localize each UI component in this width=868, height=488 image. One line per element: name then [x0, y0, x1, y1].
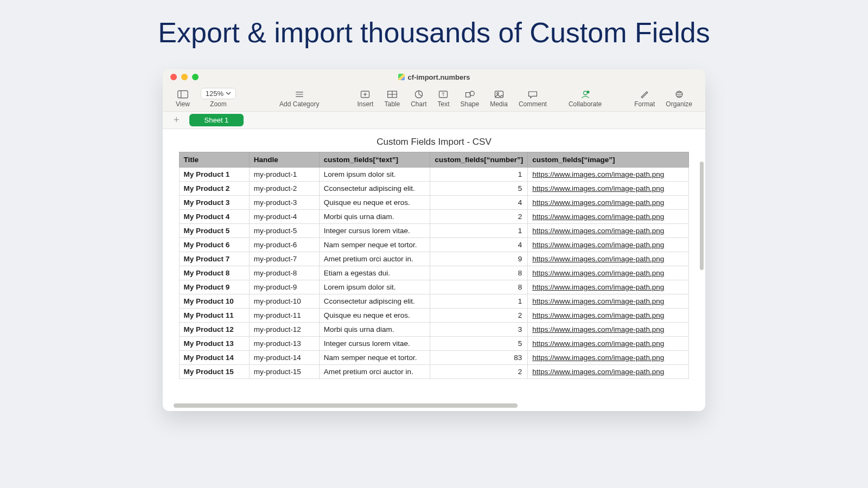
- cell-number[interactable]: 4: [430, 196, 528, 210]
- cell-title[interactable]: My Product 1: [179, 168, 249, 182]
- cell-image[interactable]: https://www.images.com/image-path.png: [528, 280, 689, 294]
- table-row[interactable]: My Product 10my-product-10Cconsectetur a…: [179, 294, 689, 309]
- cell-text[interactable]: Nam semper neque et tortor.: [319, 238, 430, 252]
- cell-number[interactable]: 4: [430, 238, 528, 252]
- cell-number[interactable]: 1: [430, 168, 528, 182]
- cell-handle[interactable]: my-product-12: [249, 323, 319, 337]
- cell-title[interactable]: My Product 9: [179, 280, 249, 294]
- shape-button[interactable]: Shape: [461, 89, 480, 108]
- cell-handle[interactable]: my-product-10: [249, 294, 319, 309]
- cell-handle[interactable]: my-product-7: [249, 252, 319, 266]
- cell-title[interactable]: My Product 5: [179, 224, 249, 238]
- collaborate-button[interactable]: Collaborate: [569, 89, 602, 108]
- table-row[interactable]: My Product 7my-product-7Amet pretium orc…: [179, 252, 689, 266]
- cell-handle[interactable]: my-product-8: [249, 266, 319, 280]
- table-row[interactable]: My Product 9my-product-9Lorem ipsum dolo…: [179, 280, 689, 294]
- cell-title[interactable]: My Product 11: [179, 309, 249, 323]
- cell-title[interactable]: My Product 4: [179, 210, 249, 224]
- cell-image[interactable]: https://www.images.com/image-path.png: [528, 210, 689, 224]
- comment-button[interactable]: Comment: [519, 89, 547, 108]
- col-header-number[interactable]: custom_fields[“number”]: [430, 152, 528, 168]
- vertical-scroll-thumb[interactable]: [700, 162, 704, 270]
- table-row[interactable]: My Product 8my-product-8Etiam a egestas …: [179, 266, 689, 280]
- cell-text[interactable]: Lorem ipsum dolor sit.: [319, 280, 430, 294]
- table-row[interactable]: My Product 11my-product-11Quisque eu neq…: [179, 309, 689, 323]
- add-sheet-button[interactable]: +: [170, 114, 183, 126]
- cell-handle[interactable]: my-product-5: [249, 224, 319, 238]
- table-row[interactable]: My Product 1my-product-1Lorem ipsum dolo…: [179, 168, 689, 182]
- cell-text[interactable]: Integer cursus lorem vitae.: [319, 224, 430, 238]
- cell-title[interactable]: My Product 7: [179, 252, 249, 266]
- cell-text[interactable]: Lorem ipsum dolor sit.: [319, 168, 430, 182]
- cell-image[interactable]: https://www.images.com/image-path.png: [528, 238, 689, 252]
- table-row[interactable]: My Product 6my-product-6Nam semper neque…: [179, 238, 689, 252]
- insert-button[interactable]: Insert: [357, 89, 373, 108]
- cell-text[interactable]: Cconsectetur adipiscing elit.: [319, 294, 430, 309]
- cell-title[interactable]: My Product 8: [179, 266, 249, 280]
- cell-handle[interactable]: my-product-3: [249, 196, 319, 210]
- col-header-text[interactable]: custom_fields[“text”]: [319, 152, 430, 168]
- table-button[interactable]: Table: [384, 89, 400, 108]
- table-row[interactable]: My Product 4my-product-4Morbi quis urna …: [179, 210, 689, 224]
- media-button[interactable]: Media: [490, 89, 508, 108]
- cell-image[interactable]: https://www.images.com/image-path.png: [528, 182, 689, 196]
- cell-image[interactable]: https://www.images.com/image-path.png: [528, 252, 689, 266]
- cell-title[interactable]: My Product 3: [179, 196, 249, 210]
- cell-handle[interactable]: my-product-6: [249, 238, 319, 252]
- cell-title[interactable]: My Product 12: [179, 323, 249, 337]
- cell-title[interactable]: My Product 6: [179, 238, 249, 252]
- cell-image[interactable]: https://www.images.com/image-path.png: [528, 266, 689, 280]
- cell-text[interactable]: Morbi quis urna diam.: [319, 323, 430, 337]
- cell-number[interactable]: 5: [430, 337, 528, 351]
- col-header-handle[interactable]: Handle: [249, 152, 319, 168]
- text-button[interactable]: T Text: [437, 89, 449, 108]
- cell-number[interactable]: 2: [430, 309, 528, 323]
- cell-number[interactable]: 3: [430, 323, 528, 337]
- cell-image[interactable]: https://www.images.com/image-path.png: [528, 294, 689, 309]
- cell-handle[interactable]: my-product-9: [249, 280, 319, 294]
- spreadsheet-table[interactable]: Title Handle custom_fields[“text”] custo…: [179, 152, 690, 379]
- cell-handle[interactable]: my-product-14: [249, 351, 319, 365]
- cell-image[interactable]: https://www.images.com/image-path.png: [528, 323, 689, 337]
- cell-text[interactable]: Integer cursus lorem vitae.: [319, 337, 430, 351]
- horizontal-scrollbar[interactable]: [174, 403, 694, 408]
- chart-button[interactable]: Chart: [411, 89, 426, 108]
- cell-text[interactable]: Morbi quis urna diam.: [319, 210, 430, 224]
- cell-handle[interactable]: my-product-15: [249, 365, 319, 379]
- cell-image[interactable]: https://www.images.com/image-path.png: [528, 168, 689, 182]
- vertical-scrollbar[interactable]: [700, 162, 704, 400]
- table-row[interactable]: My Product 2my-product-2Cconsectetur adi…: [179, 182, 689, 196]
- table-row[interactable]: My Product 5my-product-5Integer cursus l…: [179, 224, 689, 238]
- cell-number[interactable]: 9: [430, 252, 528, 266]
- cell-title[interactable]: My Product 15: [179, 365, 249, 379]
- cell-handle[interactable]: my-product-2: [249, 182, 319, 196]
- col-header-title[interactable]: Title: [179, 152, 249, 168]
- cell-handle[interactable]: my-product-4: [249, 210, 319, 224]
- table-row[interactable]: My Product 15my-product-15Amet pretium o…: [179, 365, 689, 379]
- cell-image[interactable]: https://www.images.com/image-path.png: [528, 309, 689, 323]
- cell-text[interactable]: Nam semper neque et tortor.: [319, 351, 430, 365]
- cell-image[interactable]: https://www.images.com/image-path.png: [528, 337, 689, 351]
- document-area[interactable]: Custom Fields Import - CSV Title Handle …: [163, 129, 705, 411]
- cell-text[interactable]: Cconsectetur adipiscing elit.: [319, 182, 430, 196]
- add-category-button[interactable]: Add Category: [279, 89, 319, 108]
- cell-text[interactable]: Amet pretium orci auctor in.: [319, 365, 430, 379]
- table-row[interactable]: My Product 13my-product-13Integer cursus…: [179, 337, 689, 351]
- table-row[interactable]: My Product 3my-product-3Quisque eu neque…: [179, 196, 689, 210]
- cell-number[interactable]: 2: [430, 365, 528, 379]
- cell-title[interactable]: My Product 10: [179, 294, 249, 309]
- cell-handle[interactable]: my-product-13: [249, 337, 319, 351]
- cell-number[interactable]: 8: [430, 280, 528, 294]
- cell-image[interactable]: https://www.images.com/image-path.png: [528, 196, 689, 210]
- cell-number[interactable]: 1: [430, 294, 528, 309]
- cell-handle[interactable]: my-product-11: [249, 309, 319, 323]
- cell-number[interactable]: 1: [430, 224, 528, 238]
- cell-title[interactable]: My Product 2: [179, 182, 249, 196]
- cell-handle[interactable]: my-product-1: [249, 168, 319, 182]
- table-row[interactable]: My Product 14my-product-14Nam semper neq…: [179, 351, 689, 365]
- cell-title[interactable]: My Product 14: [179, 351, 249, 365]
- cell-number[interactable]: 2: [430, 210, 528, 224]
- cell-image[interactable]: https://www.images.com/image-path.png: [528, 351, 689, 365]
- horizontal-scroll-thumb[interactable]: [174, 403, 518, 408]
- table-row[interactable]: My Product 12my-product-12Morbi quis urn…: [179, 323, 689, 337]
